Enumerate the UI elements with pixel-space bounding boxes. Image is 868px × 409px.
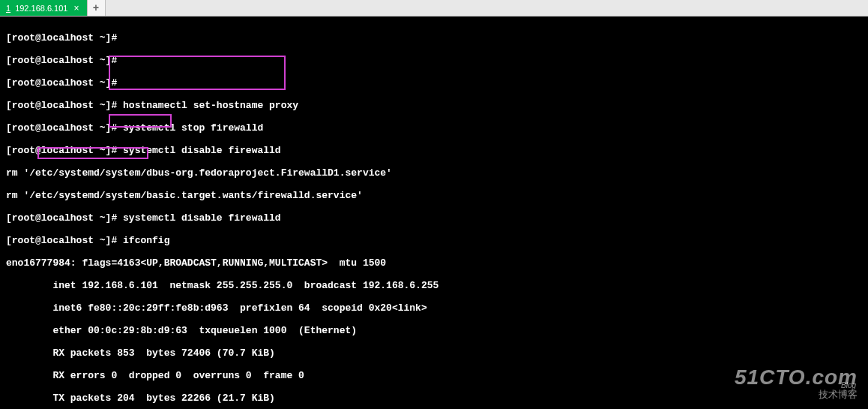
terminal-output[interactable]: [root@localhost ~]# [root@localhost ~]# … [0,17,868,409]
terminal-line: rm '/etc/systemd/system/basic.target.wan… [6,190,862,201]
terminal-line: [root@localhost ~]# systemctl stop firew… [6,122,862,134]
terminal-line: inet6 fe80::20c:29ff:fe8b:d963 prefixlen… [6,302,862,314]
terminal-line: [root@localhost ~]# [6,77,862,89]
tab-title: 192.168.6.101 [15,4,67,13]
watermark: 51CTO.com Blog 技术博客 [735,365,858,401]
tab-active[interactable]: 1 192.168.6.101 × [0,0,88,16]
terminal-line: RX errors 0 dropped 0 overruns 0 frame 0 [6,370,862,381]
terminal-line: [root@localhost ~]# [6,55,862,66]
terminal-line: eno16777984: flags=4163<UP,BROADCAST,RUN… [6,257,862,269]
terminal-line: [root@localhost ~]# hostnamectl set-host… [6,100,862,111]
terminal-line: RX packets 853 bytes 72406 (70.7 KiB) [6,347,862,359]
watermark-blog: Blog [841,381,856,389]
tab-bar: 1 192.168.6.101 × + [0,0,868,17]
terminal-line: rm '/etc/systemd/system/dbus-org.fedorap… [6,167,862,179]
terminal-line: ether 00:0c:29:8b:d9:63 txqueuelen 1000 … [6,325,862,336]
terminal-line: [root@localhost ~]# ifconfig [6,235,862,246]
close-icon[interactable]: × [72,3,80,14]
watermark-main: 51CTO.com [735,365,858,389]
terminal-line: TX packets 204 bytes 22266 (21.7 KiB) [6,392,862,404]
terminal-line: [root@localhost ~]# systemctl disable fi… [6,212,862,224]
tab-index: 1 [6,4,10,13]
watermark-sub: 技术博客 [735,388,858,401]
terminal-line: inet 192.168.6.101 netmask 255.255.255.0… [6,280,862,291]
terminal-line: [root@localhost ~]# [6,32,862,44]
add-tab-button[interactable]: + [88,0,106,16]
terminal-line: [root@localhost ~]# systemctl disable fi… [6,145,862,156]
